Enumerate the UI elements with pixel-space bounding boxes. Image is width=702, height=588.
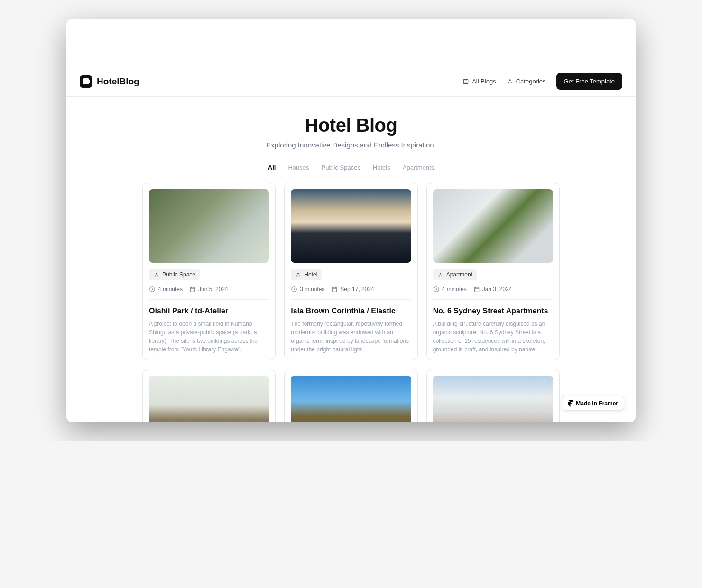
badge-label: Apartment xyxy=(446,271,472,278)
card-title: Oishii Park / td-Atelier xyxy=(149,306,269,316)
site-header: HotelBlog All Blogs Categories Get Free … xyxy=(66,66,636,97)
category-tabs: All Houses Public Spaces Hotels Apartmen… xyxy=(66,161,636,183)
framer-badge[interactable]: Made in Framer xyxy=(562,396,624,411)
svg-point-7 xyxy=(156,273,157,274)
svg-rect-19 xyxy=(333,287,337,292)
tab-houses[interactable]: Houses xyxy=(288,164,309,171)
svg-rect-11 xyxy=(190,287,194,292)
blog-card[interactable] xyxy=(426,369,560,422)
category-badge: Hotel xyxy=(291,269,322,280)
read-time: 3 minutes xyxy=(291,286,324,293)
read-time: 4 minutes xyxy=(149,286,183,293)
list-icon xyxy=(462,78,469,85)
shapes-icon xyxy=(295,272,301,278)
main-nav: All Blogs Categories Get Free Template xyxy=(462,73,622,90)
shapes-icon xyxy=(153,272,159,278)
card-image xyxy=(433,376,553,422)
shapes-icon xyxy=(507,78,513,85)
svg-point-23 xyxy=(440,273,441,274)
calendar-icon xyxy=(473,286,480,293)
shapes-icon xyxy=(437,272,443,278)
logo-icon xyxy=(80,75,92,88)
card-meta: 3 minutes Sep 17, 2024 xyxy=(291,286,411,300)
svg-point-4 xyxy=(509,79,511,81)
card-title: Isla Brown Corinthia / Elastic xyxy=(291,306,411,316)
get-template-button[interactable]: Get Free Template xyxy=(556,73,622,90)
publish-date: Jan 3, 2024 xyxy=(473,286,512,293)
tab-public-spaces[interactable]: Public Spaces xyxy=(321,164,360,171)
nav-categories[interactable]: Categories xyxy=(507,78,546,85)
svg-rect-16 xyxy=(296,275,298,276)
framer-badge-label: Made in Framer xyxy=(576,400,618,407)
badge-label: Public Space xyxy=(162,271,195,278)
card-image xyxy=(433,189,553,263)
card-image xyxy=(149,189,269,263)
blog-card[interactable]: Hotel 3 minutes Sep 17, 2024 Isla Brown … xyxy=(284,183,417,360)
svg-point-25 xyxy=(441,275,443,276)
card-image xyxy=(149,376,269,422)
page-subtitle: Exploring Innovative Designs and Endless… xyxy=(76,141,626,149)
tab-all[interactable]: All xyxy=(268,164,276,171)
card-meta: 4 minutes Jun 5, 2024 xyxy=(149,286,269,300)
brand-name: HotelBlog xyxy=(97,76,139,87)
card-description: The formerly rectangular, repetitively f… xyxy=(291,320,411,354)
category-badge: Public Space xyxy=(149,269,200,280)
read-time: 4 minutes xyxy=(433,286,467,293)
publish-date: Sep 17, 2024 xyxy=(331,286,374,293)
svg-point-15 xyxy=(297,273,299,274)
calendar-icon xyxy=(189,286,196,293)
page-title: Hotel Blog xyxy=(76,115,626,136)
clock-icon xyxy=(149,286,156,293)
calendar-icon xyxy=(331,286,338,293)
card-description: A project to open a small field in Kuman… xyxy=(149,320,269,354)
card-title: No. 6 Sydney Street Apartments xyxy=(433,306,553,316)
blog-card[interactable]: Apartment 4 minutes Jan 3, 2024 No. 6 Sy… xyxy=(426,183,560,360)
card-grid: Public Space 4 minutes Jun 5, 2024 Oishi… xyxy=(66,183,636,422)
framer-icon xyxy=(568,400,573,407)
badge-label: Hotel xyxy=(304,271,317,278)
blog-card[interactable]: Public Space 4 minutes Jun 5, 2024 Oishi… xyxy=(142,183,276,360)
svg-point-6 xyxy=(510,82,512,83)
tab-hotels[interactable]: Hotels xyxy=(373,164,390,171)
svg-rect-27 xyxy=(474,287,479,292)
hero: Hotel Blog Exploring Innovative Designs … xyxy=(66,97,636,161)
tab-apartments[interactable]: Apartments xyxy=(403,164,434,171)
svg-rect-8 xyxy=(155,275,156,276)
brand[interactable]: HotelBlog xyxy=(80,75,139,88)
svg-point-17 xyxy=(299,275,300,276)
svg-rect-24 xyxy=(438,275,440,276)
nav-all-blogs[interactable]: All Blogs xyxy=(462,78,496,85)
svg-rect-5 xyxy=(508,82,509,83)
card-description: A building structure carefully disguised… xyxy=(433,320,553,354)
card-image xyxy=(291,189,411,263)
clock-icon xyxy=(433,286,440,293)
category-badge: Apartment xyxy=(433,269,477,280)
blog-card[interactable] xyxy=(142,369,276,422)
svg-point-9 xyxy=(157,275,158,276)
nav-all-blogs-label: All Blogs xyxy=(472,78,496,85)
card-image xyxy=(291,376,411,422)
nav-categories-label: Categories xyxy=(516,78,546,85)
clock-icon xyxy=(291,286,297,293)
publish-date: Jun 5, 2024 xyxy=(189,286,228,293)
card-meta: 4 minutes Jan 3, 2024 xyxy=(433,286,553,300)
blog-card[interactable] xyxy=(284,369,417,422)
